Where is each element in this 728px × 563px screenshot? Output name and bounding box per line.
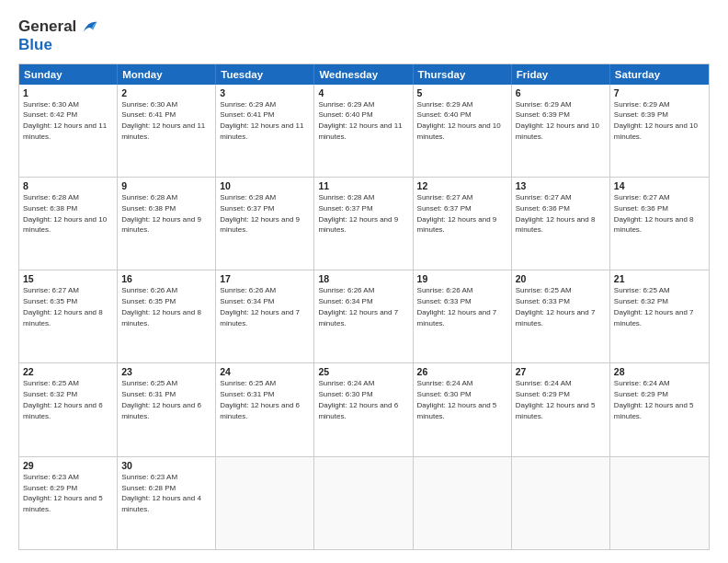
day-cell-3: 3 Sunrise: 6:29 AMSunset: 6:41 PMDayligh…	[216, 85, 314, 177]
cell-content: Sunrise: 6:26 AMSunset: 6:34 PMDaylight:…	[318, 286, 398, 327]
day-number: 10	[220, 180, 310, 191]
cell-content: Sunrise: 6:25 AMSunset: 6:32 PMDaylight:…	[614, 286, 694, 327]
cell-content: Sunrise: 6:26 AMSunset: 6:34 PMDaylight:…	[220, 286, 300, 327]
day-number: 30	[121, 460, 211, 471]
day-number: 29	[23, 460, 113, 471]
day-number: 24	[220, 366, 310, 377]
day-cell-10: 10 Sunrise: 6:28 AMSunset: 6:37 PMDaylig…	[216, 178, 314, 270]
cell-content: Sunrise: 6:28 AMSunset: 6:37 PMDaylight:…	[220, 193, 300, 234]
day-cell-9: 9 Sunrise: 6:28 AMSunset: 6:38 PMDayligh…	[118, 178, 216, 270]
empty-cell	[512, 457, 610, 549]
day-number: 23	[121, 366, 211, 377]
day-cell-21: 21 Sunrise: 6:25 AMSunset: 6:32 PMDaylig…	[610, 270, 709, 362]
day-cell-1: 1 Sunrise: 6:30 AMSunset: 6:42 PMDayligh…	[19, 85, 118, 177]
cell-content: Sunrise: 6:25 AMSunset: 6:33 PMDaylight:…	[516, 286, 596, 327]
day-cell-2: 2 Sunrise: 6:30 AMSunset: 6:41 PMDayligh…	[118, 85, 216, 177]
calendar-body: 1 Sunrise: 6:30 AMSunset: 6:42 PMDayligh…	[19, 85, 709, 549]
day-number: 15	[23, 273, 113, 284]
day-cell-30: 30 Sunrise: 6:23 AMSunset: 6:28 PMDaylig…	[118, 457, 216, 549]
day-number: 17	[220, 273, 310, 284]
col-header-thursday: Thursday	[414, 64, 512, 85]
day-number: 3	[220, 87, 310, 98]
cell-content: Sunrise: 6:28 AMSunset: 6:38 PMDaylight:…	[121, 193, 201, 234]
cell-content: Sunrise: 6:23 AMSunset: 6:28 PMDaylight:…	[121, 473, 201, 513]
day-number: 16	[121, 273, 211, 284]
col-header-sunday: Sunday	[19, 64, 118, 85]
calendar-header: SundayMondayTuesdayWednesdayThursdayFrid…	[19, 64, 709, 85]
cell-content: Sunrise: 6:28 AMSunset: 6:38 PMDaylight:…	[23, 193, 107, 234]
day-cell-27: 27 Sunrise: 6:24 AMSunset: 6:29 PMDaylig…	[512, 363, 610, 455]
cell-content: Sunrise: 6:25 AMSunset: 6:31 PMDaylight:…	[220, 379, 300, 419]
day-number: 21	[614, 273, 705, 284]
day-number: 13	[516, 180, 606, 191]
day-cell-18: 18 Sunrise: 6:26 AMSunset: 6:34 PMDaylig…	[314, 270, 413, 362]
calendar: SundayMondayTuesdayWednesdayThursdayFrid…	[18, 63, 710, 550]
day-cell-28: 28 Sunrise: 6:24 AMSunset: 6:29 PMDaylig…	[610, 363, 709, 455]
cell-content: Sunrise: 6:30 AMSunset: 6:42 PMDaylight:…	[23, 100, 107, 141]
cell-content: Sunrise: 6:30 AMSunset: 6:41 PMDaylight:…	[121, 100, 205, 141]
cell-content: Sunrise: 6:29 AMSunset: 6:39 PMDaylight:…	[516, 100, 599, 141]
day-cell-16: 16 Sunrise: 6:26 AMSunset: 6:35 PMDaylig…	[118, 270, 216, 362]
header: General Blue	[18, 17, 710, 54]
day-cell-25: 25 Sunrise: 6:24 AMSunset: 6:30 PMDaylig…	[314, 363, 413, 455]
day-cell-11: 11 Sunrise: 6:28 AMSunset: 6:37 PMDaylig…	[314, 178, 413, 270]
day-cell-14: 14 Sunrise: 6:27 AMSunset: 6:36 PMDaylig…	[610, 178, 709, 270]
col-header-saturday: Saturday	[610, 64, 709, 85]
col-header-tuesday: Tuesday	[216, 64, 314, 85]
cell-content: Sunrise: 6:27 AMSunset: 6:35 PMDaylight:…	[23, 286, 103, 327]
day-number: 5	[417, 87, 507, 98]
cell-content: Sunrise: 6:29 AMSunset: 6:39 PMDaylight:…	[614, 100, 698, 141]
day-number: 27	[516, 366, 606, 377]
day-cell-29: 29 Sunrise: 6:23 AMSunset: 6:29 PMDaylig…	[19, 457, 118, 549]
page: General Blue SundayMondayTuesdayWednesda…	[0, 0, 728, 563]
day-number: 20	[516, 273, 606, 284]
day-number: 26	[417, 366, 507, 377]
day-number: 6	[516, 87, 606, 98]
calendar-row-5: 29 Sunrise: 6:23 AMSunset: 6:29 PMDaylig…	[19, 457, 709, 549]
day-cell-24: 24 Sunrise: 6:25 AMSunset: 6:31 PMDaylig…	[216, 363, 314, 455]
day-cell-12: 12 Sunrise: 6:27 AMSunset: 6:37 PMDaylig…	[414, 178, 512, 270]
day-number: 18	[318, 273, 408, 284]
day-cell-23: 23 Sunrise: 6:25 AMSunset: 6:31 PMDaylig…	[118, 363, 216, 455]
day-cell-4: 4 Sunrise: 6:29 AMSunset: 6:40 PMDayligh…	[314, 85, 413, 177]
day-cell-6: 6 Sunrise: 6:29 AMSunset: 6:39 PMDayligh…	[512, 85, 610, 177]
day-number: 19	[417, 273, 507, 284]
day-cell-7: 7 Sunrise: 6:29 AMSunset: 6:39 PMDayligh…	[610, 85, 709, 177]
day-number: 1	[23, 87, 113, 98]
day-number: 14	[614, 180, 705, 191]
day-cell-17: 17 Sunrise: 6:26 AMSunset: 6:34 PMDaylig…	[216, 270, 314, 362]
logo-text-blue: Blue	[18, 36, 52, 53]
col-header-wednesday: Wednesday	[314, 64, 413, 85]
cell-content: Sunrise: 6:27 AMSunset: 6:36 PMDaylight:…	[516, 193, 596, 234]
empty-cell	[216, 457, 314, 549]
empty-cell	[314, 457, 413, 549]
day-cell-8: 8 Sunrise: 6:28 AMSunset: 6:38 PMDayligh…	[19, 178, 118, 270]
day-number: 28	[614, 366, 705, 377]
day-number: 4	[318, 87, 408, 98]
cell-content: Sunrise: 6:26 AMSunset: 6:35 PMDaylight:…	[121, 286, 201, 327]
cell-content: Sunrise: 6:27 AMSunset: 6:37 PMDaylight:…	[417, 193, 497, 234]
cell-content: Sunrise: 6:28 AMSunset: 6:37 PMDaylight:…	[318, 193, 398, 234]
col-header-friday: Friday	[512, 64, 610, 85]
logo: General Blue	[18, 17, 98, 54]
day-number: 8	[23, 180, 113, 191]
cell-content: Sunrise: 6:24 AMSunset: 6:30 PMDaylight:…	[417, 379, 497, 419]
cell-content: Sunrise: 6:24 AMSunset: 6:29 PMDaylight:…	[516, 379, 596, 419]
day-number: 9	[121, 180, 211, 191]
cell-content: Sunrise: 6:29 AMSunset: 6:40 PMDaylight:…	[417, 100, 501, 141]
calendar-row-4: 22 Sunrise: 6:25 AMSunset: 6:32 PMDaylig…	[19, 363, 709, 456]
day-cell-22: 22 Sunrise: 6:25 AMSunset: 6:32 PMDaylig…	[19, 363, 118, 455]
cell-content: Sunrise: 6:29 AMSunset: 6:41 PMDaylight:…	[220, 100, 303, 141]
day-number: 22	[23, 366, 113, 377]
day-number: 25	[318, 366, 408, 377]
day-cell-5: 5 Sunrise: 6:29 AMSunset: 6:40 PMDayligh…	[414, 85, 512, 177]
cell-content: Sunrise: 6:25 AMSunset: 6:32 PMDaylight:…	[23, 379, 103, 419]
logo-text-general: General	[18, 18, 76, 36]
day-number: 11	[318, 180, 408, 191]
cell-content: Sunrise: 6:29 AMSunset: 6:40 PMDaylight:…	[318, 100, 402, 141]
day-number: 12	[417, 180, 507, 191]
day-number: 7	[614, 87, 705, 98]
day-cell-19: 19 Sunrise: 6:26 AMSunset: 6:33 PMDaylig…	[414, 270, 512, 362]
logo-bird-icon	[78, 17, 98, 37]
day-cell-13: 13 Sunrise: 6:27 AMSunset: 6:36 PMDaylig…	[512, 178, 610, 270]
